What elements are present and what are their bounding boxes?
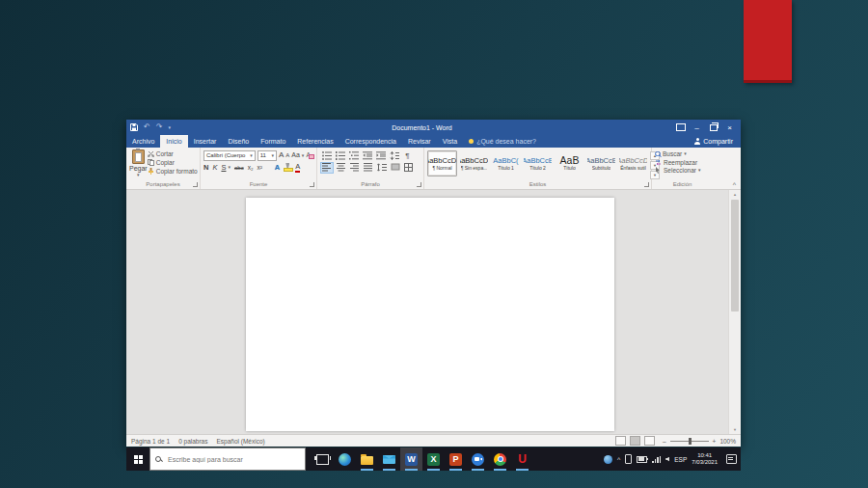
collapse-ribbon-icon[interactable]: ^ (733, 181, 736, 188)
font-size-select[interactable]: 11 ▾ (258, 150, 277, 161)
zoom-slider[interactable] (670, 441, 709, 442)
justify-button[interactable] (362, 162, 374, 173)
zoom-slider-thumb[interactable] (689, 438, 692, 445)
print-layout-button[interactable] (630, 436, 640, 446)
style-normal[interactable]: AaBbCcDc ¶ Normal (427, 150, 457, 176)
language-indicator[interactable]: Español (México) (216, 438, 264, 445)
tab-referencias[interactable]: Referencias (291, 135, 339, 148)
font-name-select[interactable]: Calibri (Cuerpo ▾ (203, 150, 256, 161)
change-case-button[interactable]: Aa ▾ (291, 150, 304, 160)
taskbar-search[interactable] (149, 447, 306, 471)
paste-button[interactable]: Pegar ▾ (129, 149, 148, 180)
clear-formatting-icon[interactable] (306, 151, 313, 159)
mail-button[interactable] (378, 447, 400, 471)
cut-button[interactable]: Cortar (148, 150, 198, 157)
align-right-button[interactable] (348, 162, 361, 173)
style-subtle-emphasis[interactable]: AaBbCcDi Énfasis sutil (618, 150, 648, 176)
styles-dialog-launcher-icon[interactable] (644, 182, 649, 187)
scrollbar-thumb[interactable] (731, 200, 739, 312)
select-button[interactable]: Seleccionar ▾ (655, 167, 710, 174)
bullets-button[interactable] (320, 150, 333, 161)
battery-icon[interactable] (637, 456, 647, 463)
volume-icon[interactable] (665, 457, 669, 462)
start-button[interactable] (126, 447, 149, 471)
zoom-level[interactable]: 100% (719, 438, 736, 445)
style-heading2[interactable]: AaBbCcE Título 2 (523, 150, 553, 176)
red-app-button[interactable]: U (511, 447, 533, 471)
document-page[interactable] (246, 198, 614, 431)
show-marks-button[interactable]: ¶ (401, 150, 414, 161)
tab-correspondencia[interactable]: Correspondencia (339, 135, 402, 148)
phone-icon[interactable] (625, 454, 632, 464)
borders-button[interactable] (402, 162, 415, 173)
numbering-button[interactable] (334, 150, 346, 161)
style-subtitle[interactable]: AaBbCcE Subtítulo (586, 150, 616, 176)
superscript-button[interactable]: x² (257, 163, 261, 173)
zoom-in-button[interactable]: + (713, 438, 717, 445)
vertical-scrollbar[interactable]: ▲ ▼ (728, 190, 741, 434)
undo-icon[interactable]: ↶ (144, 123, 150, 131)
save-icon[interactable] (130, 123, 138, 131)
tab-formato[interactable]: Formato (255, 135, 291, 148)
copy-button[interactable]: Copiar (148, 159, 198, 166)
highlight-color-icon[interactable] (284, 163, 291, 172)
close-button[interactable]: × (722, 121, 737, 134)
camera-button[interactable] (467, 447, 489, 471)
ribbon-display-options-button[interactable] (673, 121, 688, 134)
read-mode-button[interactable] (615, 436, 626, 446)
font-color-button[interactable]: A (295, 163, 300, 173)
bold-button[interactable]: N (203, 163, 208, 173)
clipboard-dialog-launcher-icon[interactable] (193, 182, 198, 187)
strikethrough-button[interactable]: abc (234, 163, 244, 173)
word-count[interactable]: 0 palabras (178, 438, 207, 445)
shading-button[interactable] (389, 162, 401, 173)
text-effects-button[interactable]: A (275, 163, 280, 173)
page-indicator[interactable]: Página 1 de 1 (131, 438, 170, 445)
underline-button[interactable]: S ▾ (221, 163, 231, 173)
subscript-button[interactable]: x₂ (248, 163, 254, 173)
tab-inicio[interactable]: Inicio (160, 135, 187, 148)
globe-icon[interactable] (604, 455, 612, 464)
style-heading1[interactable]: AaBbC( Título 1 (491, 150, 521, 176)
restore-button[interactable] (706, 121, 720, 134)
action-center-icon[interactable] (726, 454, 737, 464)
scroll-down-icon[interactable]: ▼ (733, 425, 737, 434)
decrease-indent-button[interactable] (361, 150, 373, 161)
excel-button[interactable]: X (422, 447, 445, 471)
find-button[interactable]: Buscar ▾ (655, 150, 710, 157)
redo-icon[interactable]: ↷ (156, 123, 163, 131)
tab-diseno[interactable]: Diseño (222, 135, 255, 148)
task-view-button[interactable] (312, 447, 334, 471)
multilevel-list-button[interactable] (347, 150, 360, 161)
align-center-button[interactable] (335, 162, 347, 173)
grow-font-button[interactable]: A (279, 150, 284, 160)
align-left-button[interactable] (320, 162, 334, 174)
web-layout-button[interactable] (644, 436, 655, 446)
tell-me-box[interactable]: ¿Qué desea hacer? (463, 135, 542, 148)
paragraph-dialog-launcher-icon[interactable] (417, 182, 421, 187)
word-button[interactable]: W (400, 447, 422, 471)
search-input[interactable] (166, 455, 284, 464)
sort-button[interactable] (388, 150, 400, 161)
powerpoint-button[interactable]: P (445, 447, 467, 471)
tab-revisar[interactable]: Revisar (402, 135, 437, 148)
style-no-spacing[interactable]: AaBbCcDc ¶ Sin espa... (459, 150, 489, 176)
shrink-font-button[interactable]: A (285, 150, 289, 160)
format-painter-button[interactable]: Copiar formato (148, 168, 198, 175)
zoom-out-button[interactable]: – (663, 438, 666, 445)
scroll-up-icon[interactable]: ▲ (733, 190, 737, 199)
increase-indent-button[interactable] (374, 150, 387, 161)
style-title[interactable]: AaB Título (555, 150, 584, 176)
edge-button[interactable] (334, 447, 356, 471)
keyboard-language[interactable]: ESP (674, 456, 687, 463)
hidden-icons-chevron-icon[interactable]: ^ (617, 456, 620, 463)
chrome-button[interactable] (489, 447, 511, 471)
tab-insertar[interactable]: Insertar (188, 135, 223, 148)
line-spacing-button[interactable] (375, 162, 388, 173)
replace-button[interactable]: Reemplazar (655, 159, 710, 166)
network-icon[interactable] (652, 456, 661, 463)
share-button[interactable]: Compartir (687, 135, 741, 148)
tab-archivo[interactable]: Archivo (126, 135, 160, 148)
font-dialog-launcher-icon[interactable] (310, 182, 314, 187)
tab-vista[interactable]: Vista (437, 135, 463, 148)
